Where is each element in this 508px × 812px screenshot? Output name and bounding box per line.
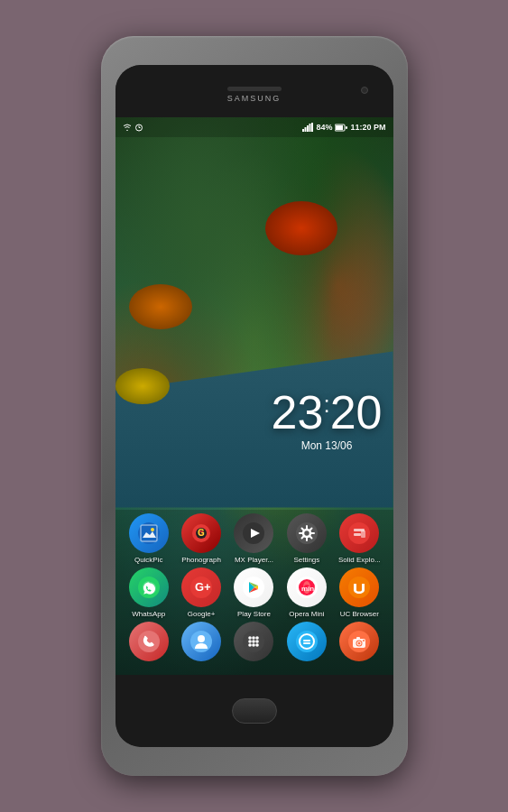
phone-app-svg	[137, 630, 161, 653]
svg-point-44	[253, 640, 256, 643]
clock-widget: 23:20 Mon 13/06	[272, 389, 383, 452]
home-button[interactable]	[232, 698, 277, 724]
mxplayer-svg	[242, 521, 265, 545]
playstore-label: Play Store	[237, 610, 271, 618]
playstore-svg	[242, 576, 265, 599]
svg-point-41	[253, 636, 256, 640]
phone-device: SAMSUNG	[101, 36, 408, 776]
brand-label: SAMSUNG	[227, 94, 282, 103]
phonograph-svg: G	[189, 521, 213, 545]
whatsapp-label: WhatsApp	[132, 610, 165, 618]
svg-text:G: G	[198, 528, 205, 538]
status-left-icons	[123, 123, 143, 132]
svg-point-12	[151, 528, 154, 531]
googleplus-label: Google+	[188, 610, 215, 618]
solidexplorer-label: Solid Explo...	[338, 556, 381, 564]
app-playstore[interactable]: Play Store	[230, 567, 277, 618]
svg-point-40	[249, 636, 253, 640]
phonograph-icon: G	[181, 513, 221, 553]
googleplus-icon: G+	[181, 567, 221, 607]
svg-rect-10	[346, 126, 347, 129]
clock-minutes: 20	[330, 386, 383, 438]
app-row-1: QuickPic G	[123, 513, 386, 564]
mxplayer-icon	[234, 513, 273, 553]
mxplayer-label: MX Player...	[235, 556, 273, 564]
svg-rect-51	[303, 640, 310, 641]
svg-point-42	[256, 636, 260, 640]
svg-rect-3	[302, 129, 304, 132]
svg-rect-6	[309, 124, 311, 132]
app-phonograph[interactable]: G Phonograph	[178, 513, 225, 564]
svg-text:G+: G+	[195, 580, 211, 594]
contacts-icon	[181, 622, 221, 661]
svg-rect-4	[305, 127, 307, 132]
camera-icon	[339, 622, 379, 661]
whatsapp-svg	[137, 576, 161, 599]
camera-svg	[347, 630, 371, 653]
operamini-label: Opera Mini	[289, 610, 324, 618]
svg-point-47	[253, 643, 256, 647]
app-messages[interactable]	[283, 622, 330, 664]
battery-icon	[335, 124, 347, 132]
app-mxplayer[interactable]: MX Player...	[230, 513, 277, 564]
svg-text:mini: mini	[301, 585, 316, 593]
app-settings[interactable]: Settings	[283, 513, 330, 564]
app-dots[interactable]	[230, 622, 277, 664]
clock-display: 11:20 PM	[350, 123, 385, 132]
ucbrowser-label: UC Browser	[340, 610, 379, 618]
front-camera	[361, 87, 368, 94]
svg-rect-24	[354, 533, 361, 536]
screen: 84% 11:20 PM 23:20 Mon 13/06	[115, 117, 393, 675]
operamini-svg: mini	[295, 576, 319, 599]
settings-icon	[287, 513, 327, 553]
alarm-icon	[134, 123, 143, 132]
ucbrowser-icon	[339, 567, 379, 607]
svg-point-38	[198, 635, 205, 642]
bottom-bezel	[115, 675, 393, 747]
app-camera[interactable]	[336, 622, 383, 664]
solidexplorer-svg	[347, 521, 371, 545]
speaker-grille	[227, 87, 282, 91]
app-operamini[interactable]: mini Opera Mini	[283, 567, 330, 618]
app-solidexplorer[interactable]: Solid Explo...	[336, 513, 383, 564]
svg-point-36	[138, 631, 160, 652]
clock-date: Mon 13/06	[272, 439, 383, 452]
app-phone[interactable]	[125, 622, 172, 664]
whatsapp-icon	[129, 567, 169, 607]
clock-separator: :	[323, 390, 329, 417]
app-contacts[interactable]	[178, 622, 225, 664]
app-whatsapp[interactable]: WhatsApp	[125, 567, 172, 618]
contacts-svg	[189, 630, 213, 653]
googleplus-svg: G+	[189, 576, 213, 599]
status-right-icons: 84% 11:20 PM	[302, 123, 385, 132]
phonograph-label: Phonograph	[181, 556, 221, 564]
svg-rect-7	[311, 123, 313, 132]
svg-rect-52	[303, 642, 310, 644]
dots-svg	[242, 630, 265, 653]
app-row-3	[123, 622, 386, 664]
solidexplorer-icon	[339, 513, 379, 553]
top-bezel: SAMSUNG	[115, 65, 393, 117]
quickpic-icon	[129, 513, 169, 553]
operamini-icon: mini	[287, 567, 327, 607]
clock-hours: 23	[272, 386, 324, 438]
messages-svg	[295, 630, 319, 653]
ucbrowser-svg	[347, 576, 371, 599]
app-grid: QuickPic G	[115, 510, 393, 675]
app-googleplus[interactable]: G+ Google+	[178, 567, 225, 618]
svg-point-58	[363, 640, 365, 641]
settings-label: Settings	[293, 556, 319, 564]
phone-app-icon	[129, 622, 169, 661]
clock-time: 23:20	[272, 389, 383, 436]
battery-percent: 84%	[316, 123, 332, 132]
wifi-icon	[123, 123, 132, 132]
phone-screen-container: SAMSUNG	[115, 65, 393, 747]
svg-point-45	[256, 640, 260, 643]
svg-point-46	[249, 643, 253, 647]
quickpic-svg	[137, 521, 161, 545]
settings-svg	[295, 521, 319, 545]
app-ucbrowser[interactable]: UC Browser	[336, 567, 383, 618]
svg-rect-9	[336, 125, 343, 130]
app-quickpic[interactable]: QuickPic	[125, 513, 172, 564]
svg-rect-57	[356, 637, 360, 640]
